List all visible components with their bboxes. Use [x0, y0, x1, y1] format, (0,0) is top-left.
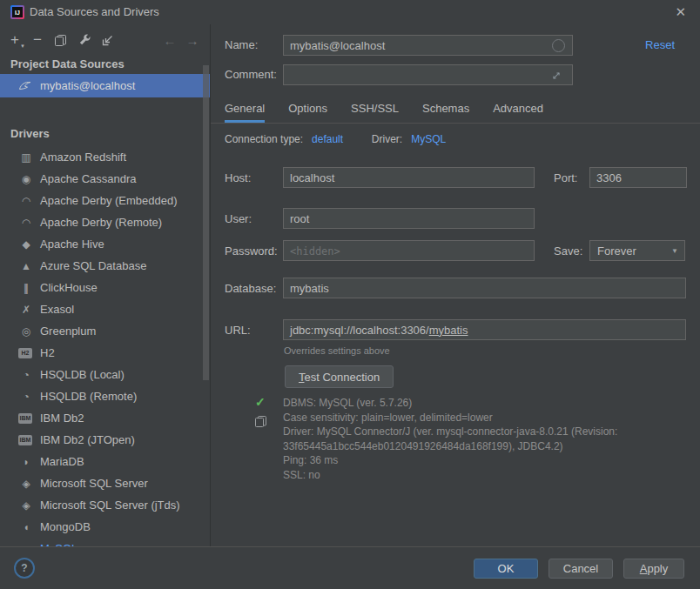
driver-item[interactable]: ▥Amazon Redshift: [0, 146, 210, 168]
driver-item[interactable]: ▲Azure SQL Database: [0, 255, 210, 277]
mongodb-icon: ◖: [18, 520, 32, 534]
chevron-down-icon: ▼: [671, 247, 678, 255]
test-connection-rest: est Connection: [305, 371, 380, 384]
driver-properties-wrench-icon[interactable]: [77, 32, 92, 48]
expand-icon[interactable]: [550, 70, 562, 82]
project-data-sources-header: Project Data Sources: [10, 57, 125, 70]
reset-link[interactable]: Reset: [645, 38, 675, 51]
intellij-logo-icon: IJ: [10, 5, 24, 19]
import-icon[interactable]: [99, 32, 115, 48]
url-prefix-text: jdbc:mysql://localhost:3306/: [290, 324, 429, 337]
driver-item[interactable]: ◔HSQLDB (Remote): [0, 385, 210, 407]
password-label: Password:: [225, 244, 278, 258]
tab-options[interactable]: Options: [288, 100, 327, 120]
driver-label: IBM Db2: [40, 412, 84, 425]
tab-schemas[interactable]: Schemas: [422, 100, 469, 120]
driver-item[interactable]: ◎Greenplum: [0, 320, 210, 342]
driver-label: Apache Cassandra: [40, 172, 137, 185]
dropdown-caret-icon: ▼: [20, 44, 25, 49]
user-label: User:: [225, 212, 252, 225]
tab-advanced[interactable]: Advanced: [493, 100, 543, 120]
port-label: Port:: [554, 171, 577, 184]
exasol-icon: ✗: [18, 303, 32, 317]
driver-item[interactable]: ◈Microsoft SQL Server: [0, 472, 210, 494]
data-source-item-selected[interactable]: mybatis@localhost: [0, 74, 210, 97]
settings-tabs: GeneralOptionsSSH/SSLSchemasAdvanced: [211, 100, 700, 124]
connection-type-link[interactable]: default: [312, 133, 343, 145]
driver-label: Exasol: [40, 303, 74, 316]
connection-type-row: Connection type: default Driver: MySQL: [225, 133, 446, 145]
apply-rest: pply: [647, 562, 668, 575]
apache-hive-icon: ◆: [18, 238, 32, 251]
url-input[interactable]: jdbc:mysql://localhost:3306/mybatis: [283, 319, 686, 340]
clickhouse-icon: |||: [18, 281, 32, 295]
driver-link[interactable]: MySQL: [411, 133, 446, 145]
driver-item[interactable]: ◠Apache Derby (Embedded): [0, 190, 210, 211]
driver-label: Apache Derby (Remote): [40, 216, 162, 229]
tab-general[interactable]: General: [225, 100, 265, 123]
azure-sql-database-icon: ▲: [18, 259, 32, 273]
test-connection-button[interactable]: Test Connection: [285, 365, 394, 388]
sidebar-toolbar: + ▼ − ← →: [0, 24, 210, 56]
driver-item[interactable]: ✗Exasol: [0, 298, 210, 320]
driver-field-label: Driver:: [372, 133, 402, 145]
name-input[interactable]: [283, 35, 573, 56]
success-check-icon: ✓: [255, 395, 266, 409]
apache-derby-icon: ◠: [18, 216, 32, 230]
apply-button[interactable]: Apply: [623, 559, 684, 579]
driver-item[interactable]: ∿MySQL: [0, 538, 210, 546]
name-spinner-icon: [552, 39, 565, 52]
port-input[interactable]: [589, 167, 687, 188]
driver-item[interactable]: IBMIBM Db2 (JTOpen): [0, 429, 210, 451]
data-sources-dialog: { "window": { "title": "Data Sources and…: [0, 0, 700, 589]
sources-sidebar: + ▼ − ← → Project Data Sources: [0, 24, 211, 546]
forward-arrow-icon[interactable]: →: [185, 32, 200, 48]
driver-label: HSQLDB (Local): [40, 368, 125, 381]
close-icon[interactable]: ✕: [675, 4, 686, 20]
tab-ssh-ssl[interactable]: SSH/SSL: [351, 100, 399, 120]
driver-item[interactable]: |||ClickHouse: [0, 277, 210, 298]
driver-item[interactable]: H2H2: [0, 342, 210, 364]
cancel-button[interactable]: Cancel: [549, 559, 613, 579]
ok-button[interactable]: OK: [474, 559, 538, 579]
driver-item[interactable]: ◗MariaDB: [0, 451, 210, 472]
driver-label: H2: [40, 346, 55, 359]
apache-cassandra-icon: ◉: [18, 172, 32, 186]
url-note: Overrides settings above: [284, 345, 390, 356]
driver-label: Apache Hive: [40, 238, 104, 251]
user-input[interactable]: [283, 208, 535, 229]
database-input[interactable]: [283, 278, 686, 298]
password-input[interactable]: [283, 240, 535, 261]
host-input[interactable]: [283, 167, 535, 188]
comment-input[interactable]: [283, 64, 573, 85]
back-arrow-icon[interactable]: ←: [162, 32, 178, 48]
driver-item[interactable]: ◆Apache Hive: [0, 233, 210, 255]
url-label: URL:: [225, 324, 251, 337]
greenplum-icon: ◎: [18, 325, 32, 338]
driver-item[interactable]: ◠Apache Derby (Remote): [0, 211, 210, 233]
driver-item[interactable]: ◔HSQLDB (Local): [0, 364, 210, 385]
remove-data-source-button[interactable]: −: [30, 32, 45, 48]
test-result-line: DBMS: MySQL (ver. 5.7.26): [283, 396, 699, 411]
driver-label: ClickHouse: [40, 281, 98, 294]
ibm-db2-icon: IBM: [18, 435, 32, 445]
duplicate-icon[interactable]: [52, 32, 68, 48]
url-database-link[interactable]: mybatis: [429, 324, 468, 337]
test-results-block: DBMS: MySQL (ver. 5.7.26)Case sensitivit…: [283, 396, 699, 482]
test-result-line: Case sensitivity: plain=lower, delimited…: [283, 411, 699, 425]
mariadb-icon: ◗: [18, 455, 32, 469]
save-dropdown[interactable]: Forever ▼: [589, 240, 685, 261]
sidebar-scrollbar[interactable]: [203, 65, 209, 380]
plus-icon: +: [10, 31, 19, 49]
driver-label: Apache Derby (Embedded): [40, 194, 178, 207]
driver-item[interactable]: IBMIBM Db2: [0, 407, 210, 429]
driver-item[interactable]: ◖MongoDB: [0, 516, 210, 538]
copy-results-icon[interactable]: [254, 415, 267, 428]
add-data-source-button[interactable]: + ▼: [7, 32, 23, 48]
help-icon[interactable]: ?: [14, 558, 35, 579]
drivers-list: ▥Amazon Redshift◉Apache Cassandra◠Apache…: [0, 146, 210, 546]
driver-item[interactable]: ◈Microsoft SQL Server (jTds): [0, 494, 210, 516]
driver-item[interactable]: ◉Apache Cassandra: [0, 168, 210, 190]
title-bar: IJ Data Sources and Drivers ✕: [0, 0, 700, 24]
driver-label: IBM Db2 (JTOpen): [40, 433, 135, 446]
